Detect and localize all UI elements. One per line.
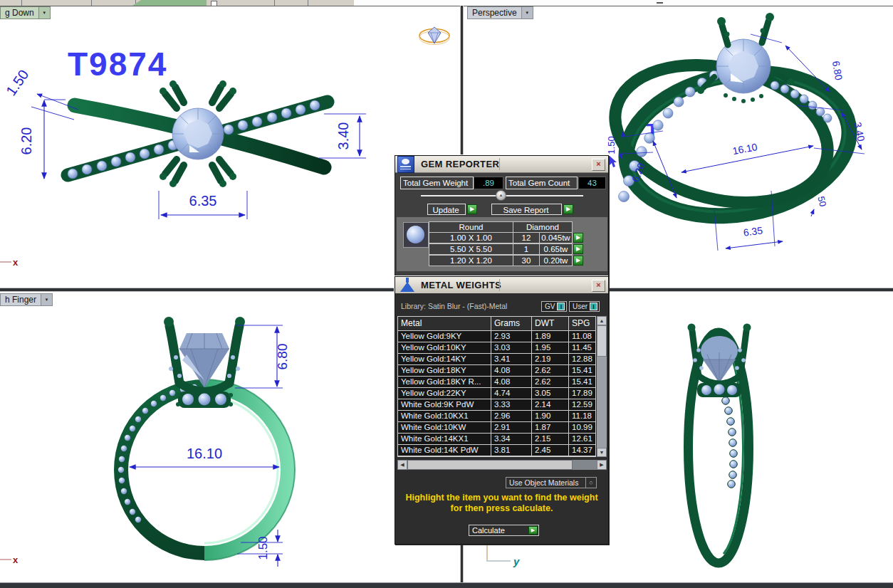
dimension-profile-height: 6.20 <box>19 100 66 179</box>
cell-spg: 11.08 <box>569 331 595 342</box>
metal-weights-icon <box>398 277 417 293</box>
svg-text:6.20: 6.20 <box>19 127 34 155</box>
chevron-down-icon[interactable]: ▼ <box>41 294 52 305</box>
chevron-down-icon[interactable]: ▼ <box>521 7 533 19</box>
scroll-right-icon[interactable]: ▶ <box>597 460 607 470</box>
calculate-go-icon[interactable]: ▶ <box>528 526 538 535</box>
radio-icon[interactable]: ○ <box>585 478 596 488</box>
gv-button[interactable]: GV I <box>541 301 567 312</box>
cell-metal: Yellow Gold:9KY <box>398 331 491 342</box>
gem-row-count[interactable]: 30 <box>513 255 540 266</box>
cell-spg: 12.88 <box>569 354 595 364</box>
gem-row-count[interactable]: 12 <box>513 232 540 243</box>
metal-weights-titlebar[interactable]: METAL WEIGHTS × <box>395 277 608 294</box>
cell-metal: Yellow Gold:18KY <box>398 365 491 376</box>
gem-reporter-panel[interactable]: GEM REPORTER × Total Gem Weight .89 Tota… <box>395 155 609 278</box>
gem-reporter-icon <box>397 156 414 173</box>
dimension-head-height: 6.80 <box>235 325 290 388</box>
gem-row-weight[interactable]: 0.20tw <box>539 255 573 266</box>
svg-text:50: 50 <box>815 195 828 208</box>
close-icon[interactable]: × <box>592 159 605 171</box>
gem-row-go-icon[interactable]: ▶ <box>573 256 583 266</box>
metal-weights-panel[interactable]: METAL WEIGHTS × Library: Satin Blur - (F… <box>395 276 609 545</box>
viewport-tab-through-finger[interactable]: h Finger ▼ <box>0 293 53 306</box>
table-row[interactable]: White Gold:10KW 2.91 1.87 10.99 <box>398 422 595 434</box>
dimension-head-width: 6.35 <box>159 191 247 219</box>
viewport-tab-label: h Finger <box>5 295 36 305</box>
close-icon[interactable]: × <box>592 280 605 292</box>
table-row[interactable]: Yellow Gold:18KY R... 4.08 2.62 15.41 <box>398 377 595 388</box>
table-row[interactable]: Yellow Gold:18KY 4.08 2.62 15.41 <box>398 365 595 377</box>
scroll-left-icon[interactable]: ◀ <box>397 460 407 470</box>
cell-grams: 3.03 <box>491 342 532 353</box>
cell-dwt: 2.14 <box>532 399 569 410</box>
save-report-go-icon[interactable]: ▶ <box>563 204 573 214</box>
gem-row-count[interactable]: 1 <box>513 243 540 255</box>
cplane-axis-gizmo: y <box>487 545 520 567</box>
table-row[interactable]: White Gold:9K PdW 3.33 2.14 12.59 <box>398 399 595 411</box>
svg-text:1.50: 1.50 <box>3 67 31 99</box>
cell-metal: White Gold:14KX1 <box>398 434 491 444</box>
svg-text:1.50: 1.50 <box>606 136 617 154</box>
gem-row-go-icon[interactable]: ▶ <box>573 244 583 254</box>
scrollbar-thumb[interactable] <box>407 460 573 470</box>
table-row[interactable]: Yellow Gold:22KY 4.74 3.05 17.89 <box>398 388 595 399</box>
table-row[interactable]: Yellow Gold:14KY 3.41 2.19 12.88 <box>398 354 595 365</box>
table-row[interactable]: White Gold:14K PdW 3.81 2.45 14.37 <box>398 445 595 456</box>
svg-text:16.10: 16.10 <box>187 446 222 461</box>
user-button[interactable]: User I <box>569 301 600 312</box>
horizontal-scrollbar[interactable]: ◀ ▶ <box>397 460 607 470</box>
cell-grams: 4.74 <box>491 388 532 399</box>
gv-toggle-icon[interactable]: I <box>557 303 565 310</box>
scroll-up-icon[interactable]: ▲ <box>597 316 607 325</box>
cell-dwt: 2.15 <box>532 434 569 444</box>
cell-dwt: 2.62 <box>532 377 569 387</box>
gem-row-weight[interactable]: 0.65tw <box>539 243 573 255</box>
cell-grams: 2.91 <box>491 422 532 433</box>
update-button[interactable]: Update <box>427 204 466 215</box>
gem-size-slider-handle[interactable]: ▲ <box>496 190 506 201</box>
col-grams: Grams <box>491 317 532 330</box>
gem-row-go-icon[interactable]: ▶ <box>573 233 583 243</box>
active-tab-sliver[interactable] <box>132 0 207 6</box>
gem-row-size[interactable]: 5.50 X 5.50 <box>429 243 513 255</box>
table-row[interactable]: White Gold:10KX1 2.96 1.90 11.18 <box>398 411 595 422</box>
calculate-button[interactable]: Calculate ▶ <box>469 525 539 536</box>
cell-dwt: 2.45 <box>532 445 569 456</box>
center-stone <box>172 108 224 159</box>
cell-dwt: 3.05 <box>532 388 569 399</box>
cell-spg: 10.99 <box>569 422 595 433</box>
table-row[interactable]: Yellow Gold:10KY 3.03 1.95 11.45 <box>398 342 595 354</box>
gem-row-size[interactable]: 1.00 X 1.00 <box>429 232 513 243</box>
gem-reporter-titlebar[interactable]: GEM REPORTER × <box>395 156 608 173</box>
cell-metal: Yellow Gold:10KY <box>398 342 491 353</box>
save-report-button[interactable]: Save Report <box>491 204 562 215</box>
vertical-scrollbar[interactable]: ▲ ▼ <box>597 316 607 457</box>
ring-side-view <box>688 324 751 564</box>
dimension-inner-diameter: 16.10 <box>682 141 813 172</box>
viewport-tab-label: Perspective <box>472 8 517 18</box>
viewport-through-finger[interactable]: 6.80 16.10 1.50 x <box>0 292 461 582</box>
table-row[interactable]: White Gold:14KX1 3.34 2.15 12.61 <box>398 434 595 445</box>
cell-grams: 3.34 <box>491 434 532 444</box>
user-toggle-icon[interactable]: I <box>590 303 597 310</box>
viewport-tab-looking-down[interactable]: g Down ▼ <box>0 6 51 19</box>
cell-grams: 4.08 <box>491 377 532 387</box>
scrollbar-thumb[interactable] <box>597 325 607 357</box>
cell-spg: 17.89 <box>569 388 595 399</box>
gem-type-header: Diamond <box>513 221 573 233</box>
total-gem-count-value: 43 <box>578 177 606 189</box>
viewport-looking-down[interactable]: T9874 <box>0 6 461 288</box>
scroll-down-icon[interactable]: ▼ <box>597 448 607 457</box>
svg-text:3.40: 3.40 <box>335 122 351 150</box>
use-object-materials-dropdown[interactable]: Use Object Materials ○ <box>506 477 597 488</box>
dimension-band-depth: 3.40 <box>319 114 366 158</box>
gem-row-size[interactable]: 1.20 X 1.20 <box>429 255 513 266</box>
chevron-down-icon[interactable]: ▼ <box>38 7 50 19</box>
viewport-tab-perspective[interactable]: Perspective ▼ <box>467 6 533 19</box>
gem-row-weight[interactable]: 0.045tw <box>539 232 573 243</box>
table-row[interactable]: Yellow Gold:9KY 2.93 1.89 11.08 <box>398 331 595 342</box>
minimize-sliver[interactable] <box>657 2 663 4</box>
update-go-icon[interactable]: ▶ <box>467 204 477 214</box>
cell-metal: White Gold:14K PdW <box>398 445 491 456</box>
